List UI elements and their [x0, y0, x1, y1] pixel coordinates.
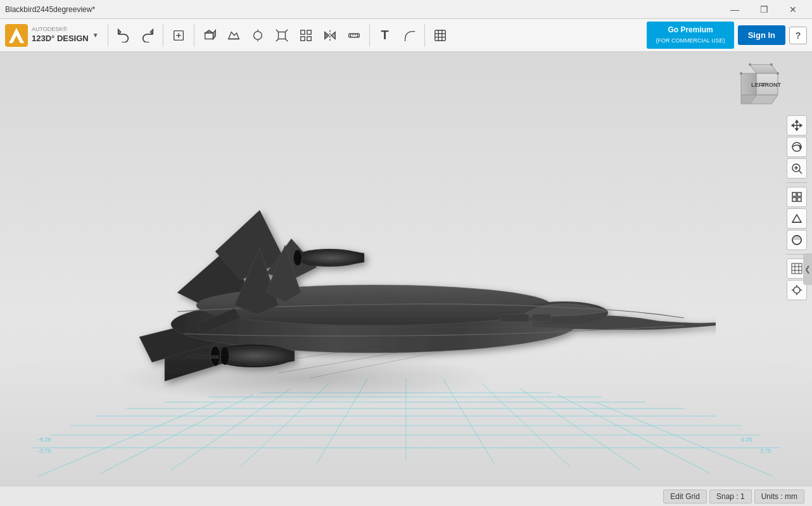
svg-rect-111 — [792, 198, 796, 201]
svg-point-94 — [770, 63, 773, 66]
box-tool-button[interactable] — [198, 24, 221, 47]
maximize-button[interactable]: ❐ — [750, 0, 778, 19]
svg-marker-113 — [792, 215, 801, 222]
svg-marker-100 — [796, 129, 798, 130]
svg-point-95 — [740, 72, 742, 75]
toolbar: AUTODESK® 123D° DESIGN ▼ T — [0, 19, 812, 52]
material-tool-button[interactable] — [429, 24, 452, 47]
svg-rect-110 — [797, 198, 801, 201]
svg-rect-109 — [792, 193, 796, 196]
toolbar-separator-5 — [424, 24, 425, 47]
snap-status-button[interactable]: Snap : 1 — [709, 490, 752, 503]
svg-point-96 — [777, 72, 779, 75]
svg-marker-101 — [792, 124, 794, 127]
minimize-button[interactable]: — — [721, 0, 749, 19]
mirror-tool-button[interactable] — [319, 24, 341, 47]
svg-point-122 — [794, 287, 800, 293]
svg-line-16 — [285, 39, 288, 41]
svg-rect-20 — [307, 36, 310, 40]
svg-rect-19 — [300, 36, 304, 40]
viewport[interactable]: -3.75 -6.26 3.75 6.26 — [0, 52, 812, 486]
text-tool-button[interactable]: T — [374, 24, 396, 47]
orbit-tool-button[interactable] — [787, 137, 807, 157]
fit-view-button[interactable] — [787, 187, 807, 207]
status-bar: Edit Grid Snap : 1 Units : mm — [0, 486, 812, 506]
sketch-tool-button[interactable] — [222, 24, 245, 47]
svg-line-14 — [285, 29, 288, 32]
svg-rect-31 — [435, 30, 445, 41]
units-button[interactable]: Units : mm — [754, 490, 804, 503]
new-button[interactable] — [167, 24, 190, 47]
pan-tool-button[interactable] — [787, 115, 807, 136]
svg-text:6.26: 6.26 — [741, 436, 752, 443]
tool-separator-1 — [787, 182, 807, 183]
close-button[interactable]: ✕ — [779, 0, 807, 19]
svg-text:3.75: 3.75 — [760, 448, 771, 454]
svg-rect-18 — [307, 30, 310, 34]
svg-marker-6 — [205, 30, 213, 33]
svg-marker-99 — [796, 120, 798, 122]
title-bar: Blackbird2445degreeview* — ❐ ✕ — [0, 0, 812, 19]
toolbar-separator-2 — [163, 24, 163, 47]
svg-rect-117 — [792, 263, 802, 274]
svg-rect-12 — [278, 32, 285, 39]
svg-point-74 — [221, 347, 229, 365]
measure-tool-button[interactable] — [343, 24, 365, 47]
svg-marker-23 — [331, 32, 334, 39]
svg-marker-86 — [750, 65, 778, 73]
window-title: Blackbird2445degreeview* — [5, 5, 95, 14]
svg-point-93 — [749, 63, 751, 66]
undo-button[interactable] — [112, 24, 135, 47]
display-mode-button[interactable] — [787, 230, 807, 250]
app-logo: AUTODESK® 123D° DESIGN ▼ — [5, 24, 99, 47]
svg-rect-112 — [797, 193, 801, 196]
signin-button[interactable]: Sign In — [738, 25, 785, 45]
autodesk-logo-icon — [5, 24, 28, 47]
title-bar-controls[interactable]: — ❐ ✕ — [721, 0, 807, 19]
construct-tool-button[interactable] — [246, 24, 269, 47]
perspective-button[interactable] — [787, 208, 807, 229]
toolbar-separator-1 — [108, 24, 108, 47]
svg-rect-17 — [300, 30, 304, 34]
svg-point-9 — [253, 31, 262, 39]
svg-point-76 — [293, 250, 302, 266]
view-cube[interactable]: LEFT FRONT — [736, 60, 779, 103]
help-button[interactable]: ? — [789, 27, 807, 44]
transform-tool-button[interactable] — [270, 24, 293, 47]
svg-rect-5 — [205, 33, 213, 39]
toolbar-separator-4 — [369, 24, 370, 47]
logo-text: AUTODESK® 123D° DESIGN — [32, 26, 89, 44]
redo-button[interactable] — [136, 24, 159, 47]
svg-text:-3.75: -3.75 — [38, 448, 51, 454]
svg-rect-77 — [500, 314, 529, 322]
title-bar-left: Blackbird2445degreeview* — [5, 5, 95, 14]
svg-text:FRONT: FRONT — [761, 82, 781, 88]
logo-dropdown-arrow[interactable]: ▼ — [92, 32, 99, 39]
svg-marker-22 — [324, 32, 328, 39]
right-panel-expander[interactable]: ❮ — [803, 253, 812, 285]
svg-marker-7 — [213, 30, 215, 39]
edit-grid-button[interactable]: Edit Grid — [663, 490, 707, 503]
toolbar-separator-3 — [194, 24, 194, 47]
svg-line-106 — [799, 171, 802, 174]
fillet-tool-button[interactable] — [398, 24, 421, 47]
premium-button[interactable]: Go Premium (FOR COMMERCIAL USE) — [647, 22, 733, 49]
svg-line-15 — [276, 39, 278, 41]
svg-rect-78 — [532, 314, 551, 322]
svg-text:-6.26: -6.26 — [38, 436, 51, 443]
aircraft-3d-model — [51, 115, 716, 483]
zoom-tool-button[interactable] — [787, 158, 807, 179]
pattern-tool-button[interactable] — [295, 24, 317, 47]
svg-marker-102 — [800, 124, 802, 127]
svg-line-13 — [276, 29, 278, 32]
